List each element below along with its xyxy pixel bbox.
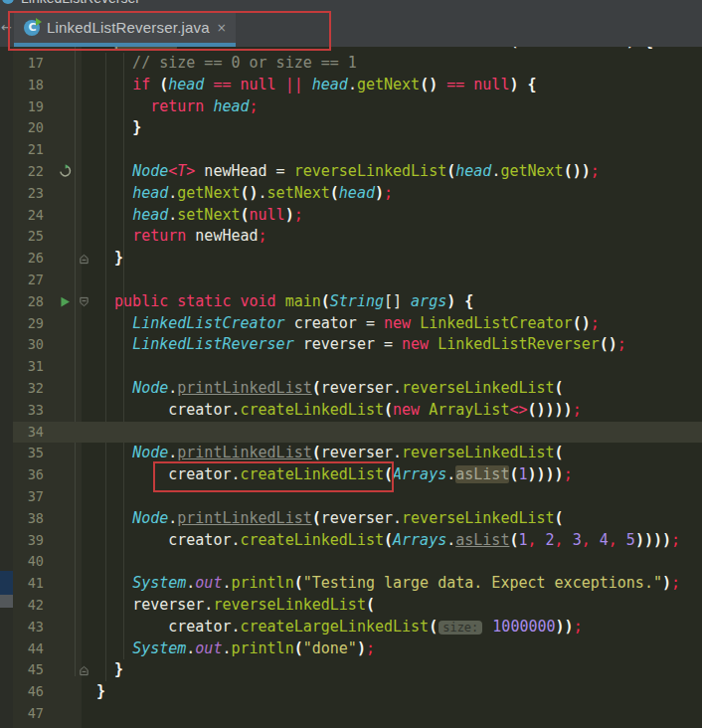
line-number[interactable]: 31 bbox=[13, 356, 53, 378]
line-number[interactable]: 46 bbox=[13, 681, 53, 703]
line-number[interactable]: 45 bbox=[13, 659, 53, 681]
code-text[interactable]: creator.createLinkedList(new ArrayList<>… bbox=[90, 400, 702, 422]
code-line[interactable]: 47 bbox=[13, 703, 702, 725]
code-text[interactable]: creator.createLinkedList(Arrays.asList(1… bbox=[90, 464, 702, 486]
code-text[interactable]: Node.printLinkedList(reverser.reverseLin… bbox=[90, 443, 702, 464]
code-text[interactable]: } bbox=[90, 117, 702, 139]
fold-marker-icon[interactable] bbox=[77, 248, 90, 270]
code-text[interactable]: return newHead; bbox=[90, 226, 702, 248]
line-number[interactable]: 44 bbox=[13, 638, 53, 660]
back-icon[interactable]: ← bbox=[1, 20, 12, 35]
code-line[interactable]: 29 LinkedListCreator creator = new Linke… bbox=[13, 313, 702, 335]
fold-marker-icon[interactable] bbox=[77, 659, 90, 681]
line-number[interactable]: 37 bbox=[13, 486, 53, 508]
code-text[interactable]: head.setNext(null); bbox=[90, 205, 702, 227]
line-number[interactable]: 33 bbox=[13, 400, 53, 422]
code-text[interactable]: LinkedListCreator creator = new LinkedLi… bbox=[90, 313, 702, 335]
tab-linkedlistreverser[interactable]: C LinkedListReverser.java × bbox=[14, 12, 236, 47]
line-number[interactable]: 29 bbox=[13, 313, 53, 335]
run-icon[interactable] bbox=[53, 291, 77, 313]
line-number[interactable]: 36 bbox=[13, 464, 53, 486]
code-text[interactable]: } bbox=[90, 659, 702, 681]
code-text[interactable]: reverser.reverseLinkedList( bbox=[90, 595, 702, 617]
line-number[interactable]: 35 bbox=[13, 443, 53, 464]
code-line[interactable]: 32 Node.printLinkedList(reverser.reverse… bbox=[13, 378, 702, 400]
code-line[interactable]: 41 System.out.println("Testing large dat… bbox=[13, 573, 702, 595]
line-number[interactable]: 24 bbox=[13, 205, 53, 227]
code-line[interactable]: 27 bbox=[13, 270, 702, 291]
code-text[interactable]: // size == 0 or size == 1 bbox=[90, 53, 702, 75]
code-line[interactable]: 21 bbox=[13, 139, 702, 161]
code-text[interactable] bbox=[90, 356, 702, 378]
line-number[interactable]: 25 bbox=[13, 226, 53, 248]
line-number[interactable]: 47 bbox=[13, 703, 53, 725]
line-number[interactable]: 28 bbox=[13, 291, 53, 313]
recursion-icon[interactable] bbox=[53, 161, 77, 183]
line-number[interactable]: 32 bbox=[13, 378, 53, 400]
code-line[interactable]: 38 Node.printLinkedList(reverser.reverse… bbox=[13, 508, 702, 530]
code-line[interactable]: 33 creator.createLinkedList(new ArrayLis… bbox=[13, 400, 702, 422]
code-line[interactable]: 18 if (head == null || head.getNext() ==… bbox=[13, 75, 702, 96]
line-number[interactable]: 17 bbox=[13, 53, 53, 75]
line-number[interactable]: 38 bbox=[13, 508, 53, 530]
code-text[interactable] bbox=[90, 703, 702, 725]
line-number[interactable]: 21 bbox=[13, 139, 53, 161]
code-line[interactable]: 34 bbox=[13, 422, 702, 444]
code-line[interactable]: 44 System.out.println("done"); bbox=[13, 638, 702, 660]
code-text[interactable]: } bbox=[90, 681, 702, 703]
code-line[interactable]: 31 bbox=[13, 356, 702, 378]
code-line[interactable]: 37 bbox=[13, 486, 702, 508]
code-line[interactable]: 30 LinkedListReverser reverser = new Lin… bbox=[13, 334, 702, 356]
code-text[interactable]: LinkedListReverser reverser = new Linked… bbox=[90, 334, 702, 356]
code-line[interactable]: 26 } bbox=[13, 248, 702, 270]
code-line[interactable]: 35 Node.printLinkedList(reverser.reverse… bbox=[13, 443, 702, 464]
code-line[interactable]: 36 creator.createLinkedList(Arrays.asLis… bbox=[13, 464, 702, 486]
code-text[interactable]: public static void main(String[] args) { bbox=[90, 291, 702, 313]
line-number[interactable]: 19 bbox=[13, 96, 53, 118]
code-line[interactable]: 19 return head; bbox=[13, 96, 702, 118]
line-number[interactable]: 41 bbox=[13, 573, 53, 595]
code-text[interactable]: Node.printLinkedList(reverser.reverseLin… bbox=[90, 378, 702, 400]
code-line[interactable]: 42 reverser.reverseLinkedList( bbox=[13, 595, 702, 617]
code-text[interactable]: return head; bbox=[90, 96, 702, 118]
code-text[interactable] bbox=[90, 139, 702, 161]
code-line[interactable]: 25 return newHead; bbox=[13, 226, 702, 248]
line-number[interactable]: 23 bbox=[13, 183, 53, 205]
line-number[interactable]: 42 bbox=[13, 595, 53, 617]
line-number[interactable]: 22 bbox=[13, 161, 53, 183]
line-number[interactable]: 34 bbox=[13, 422, 53, 444]
code-text[interactable]: Node<T> newHead = reverseLinkedList(head… bbox=[90, 161, 702, 183]
line-number[interactable]: 20 bbox=[13, 117, 53, 139]
code-line[interactable]: 20 } bbox=[13, 117, 702, 139]
code-line[interactable]: 28 public static void main(String[] args… bbox=[13, 291, 702, 313]
code-text[interactable]: head.getNext().setNext(head); bbox=[90, 183, 702, 205]
breadcrumb[interactable]: LinkedListReverser bbox=[21, 0, 140, 6]
code-editor[interactable]: private static <T> Node<T> reverseLinked… bbox=[0, 47, 702, 728]
line-number[interactable]: 26 bbox=[13, 248, 53, 270]
code-text[interactable] bbox=[90, 422, 702, 444]
fold-marker-icon[interactable] bbox=[77, 291, 90, 313]
line-number[interactable]: 40 bbox=[13, 551, 53, 573]
code-text[interactable]: creator.createLinkedList(Arrays.asList(1… bbox=[90, 530, 702, 552]
line-number[interactable]: 30 bbox=[13, 334, 53, 356]
code-text[interactable]: creator.createLargeLinkedList(size: 1000… bbox=[90, 617, 702, 638]
code-line[interactable]: 24 head.setNext(null); bbox=[13, 205, 702, 227]
line-number[interactable]: 18 bbox=[13, 75, 53, 96]
close-icon[interactable]: × bbox=[217, 21, 227, 35]
code-line[interactable]: 40 bbox=[13, 551, 702, 573]
code-text[interactable]: System.out.println("Testing large data. … bbox=[90, 573, 702, 595]
code-text[interactable] bbox=[90, 486, 702, 508]
code-line[interactable]: 43 creator.createLargeLinkedList(size: 1… bbox=[13, 617, 702, 638]
code-text[interactable]: System.out.println("done"); bbox=[90, 638, 702, 660]
line-number[interactable]: 43 bbox=[13, 617, 53, 638]
line-number[interactable]: 27 bbox=[13, 270, 53, 291]
code-line[interactable]: 39 creator.createLinkedList(Arrays.asLis… bbox=[13, 530, 702, 552]
code-text[interactable] bbox=[90, 551, 702, 573]
code-text[interactable] bbox=[90, 270, 702, 291]
code-text[interactable]: if (head == null || head.getNext() == nu… bbox=[90, 75, 702, 96]
code-text[interactable]: } bbox=[90, 248, 702, 270]
code-line[interactable]: 46} bbox=[13, 681, 702, 703]
code-line[interactable]: 23 head.getNext().setNext(head); bbox=[13, 183, 702, 205]
code-line[interactable]: 17 // size == 0 or size == 1 bbox=[13, 53, 702, 75]
code-line[interactable]: 22 Node<T> newHead = reverseLinkedList(h… bbox=[13, 161, 702, 183]
